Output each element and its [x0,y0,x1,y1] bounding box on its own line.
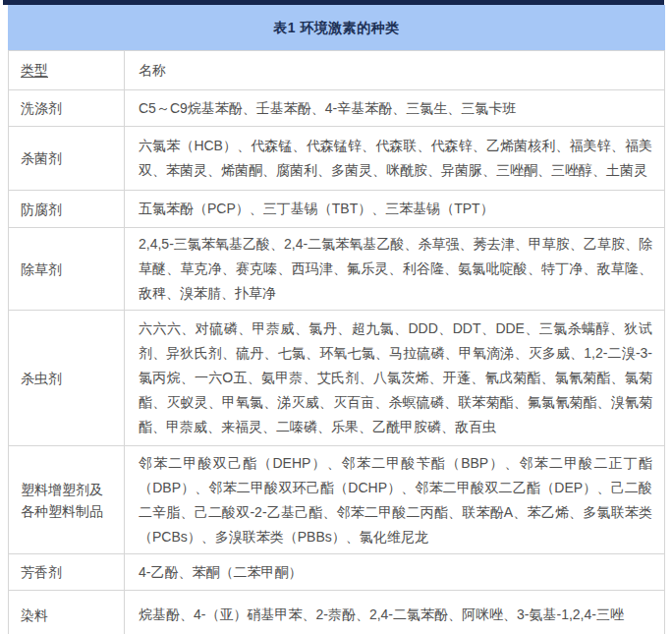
row-names-detergents: C5～C9烷基苯酚、壬基苯酚、4-辛基苯酚、三氯生、三氯卡班 [125,90,665,127]
table-row: 染料 烷基酚、4-（亚）硝基甲苯、2-萘酚、2,4-二氯苯酚、阿咪唑、3-氨基-… [9,591,665,634]
row-names-dyes: 烷基酚、4-（亚）硝基甲苯、2-萘酚、2,4-二氯苯酚、阿咪唑、3-氨基-1,2… [125,591,665,634]
table-title: 表1 环境激素的种类 [9,6,665,51]
row-type-plasticizers: 塑料增塑剂及各种塑料制品 [9,446,125,554]
row-names-fungicides: 六氯苯（HCB）、代森锰、代森锰锌、代森联、代森锌、乙烯菌核利、福美锌、福美双、… [125,127,665,191]
table-row: 杀菌剂 六氯苯（HCB）、代森锰、代森锰锌、代森联、代森锌、乙烯菌核利、福美锌、… [9,127,665,191]
row-type-detergents: 洗涤剂 [9,90,125,127]
column-header-name: 名称 [125,51,665,90]
table-row: 塑料增塑剂及各种塑料制品 邻苯二甲酸双己酯（DEHP）、邻苯二甲酸苄酯（BBP）… [9,446,665,554]
row-names-herbicides: 2,4,5-三氯苯氧基乙酸、2,4-二氯苯氧基乙酸、杀草强、莠去津、甲草胺、乙草… [125,228,665,311]
row-names-fragrances: 4-乙酚、苯酮（二苯甲酮） [125,554,665,591]
row-type-fungicides: 杀菌剂 [9,127,125,191]
column-header-row: 类型 名称 [9,51,665,90]
row-type-herbicides: 除草剂 [9,228,125,311]
row-type-fragrances: 芳香剂 [9,554,125,591]
table-row: 杀虫剂 六六六、对硫磷、甲萘威、氯丹、超九氯、DDD、DDT、DDE、三氯杀螨醇… [9,311,665,446]
row-names-plasticizers: 邻苯二甲酸双己酯（DEHP）、邻苯二甲酸苄酯（BBP）、邻苯二甲酸二正丁酯（DB… [125,446,665,554]
row-type-insecticides: 杀虫剂 [9,311,125,446]
table-row: 洗涤剂 C5～C9烷基苯酚、壬基苯酚、4-辛基苯酚、三氯生、三氯卡班 [9,90,665,127]
row-type-preservatives: 防腐剂 [9,191,125,228]
table-row: 防腐剂 五氯苯酚（PCP）、三丁基锡（TBT）、三苯基锡（TPT） [9,191,665,228]
row-names-preservatives: 五氯苯酚（PCP）、三丁基锡（TBT）、三苯基锡（TPT） [125,191,665,228]
environmental-hormones-table: 表1 环境激素的种类 类型 名称 洗涤剂 C5～C9烷基苯酚、壬基苯酚、4-辛基… [8,5,665,634]
column-header-type: 类型 [9,51,125,90]
column-header-name-label: 名称 [139,62,166,78]
row-names-insecticides: 六六六、对硫磷、甲萘威、氯丹、超九氯、DDD、DDT、DDE、三氯杀螨醇、狄试剂… [125,311,665,446]
table-title-row: 表1 环境激素的种类 [9,6,665,51]
table-row: 芳香剂 4-乙酚、苯酮（二苯甲酮） [9,554,665,591]
table-container: 表1 环境激素的种类 类型 名称 洗涤剂 C5～C9烷基苯酚、壬基苯酚、4-辛基… [8,5,664,634]
column-header-type-label: 类型 [21,62,48,78]
row-type-dyes: 染料 [9,591,125,634]
table-row: 除草剂 2,4,5-三氯苯氧基乙酸、2,4-二氯苯氧基乙酸、杀草强、莠去津、甲草… [9,228,665,311]
